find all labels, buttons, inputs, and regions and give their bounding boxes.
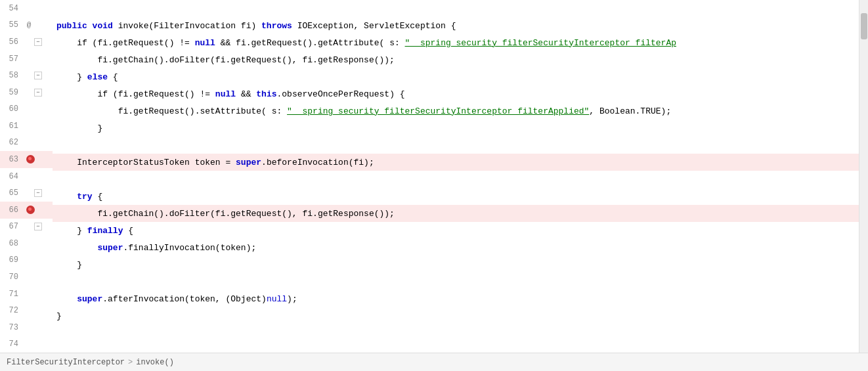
scrollbar-thumb[interactable] [861, 13, 867, 39]
token: super [236, 158, 261, 167]
code-lines: public void invoke(FilterInvocation fi) … [53, 0, 859, 353]
token: if (fi.getRequest() != [77, 38, 194, 48]
line-number: 71 [0, 290, 24, 299]
token: public [56, 21, 93, 31]
editor-container: 5455@56−5758−59−606162636465−6667−686970… [0, 0, 868, 371]
gutter-row: 70 [0, 269, 53, 286]
gutter-row: 63 [0, 151, 53, 168]
line-number: 68 [0, 239, 24, 248]
gutter-row: 64 [0, 168, 53, 185]
line-number: 70 [0, 273, 24, 282]
gutter-row: 67− [0, 219, 53, 236]
line-number: 58 [0, 71, 24, 80]
token: { [128, 226, 133, 236]
token: try [77, 192, 97, 202]
code-line: public void invoke(FilterInvocation fi) … [53, 17, 859, 34]
code-line: } else { [53, 68, 859, 85]
token: .afterInvocation(token, (Object) [102, 294, 267, 304]
annotation-marker: @ [24, 20, 34, 30]
line-number: 74 [0, 339, 24, 349]
token: } [97, 123, 102, 133]
token: } [77, 72, 87, 82]
code-line: } [53, 256, 859, 273]
line-number: 54 [0, 4, 24, 13]
gutter-row: 54 [0, 0, 53, 17]
fold-button[interactable]: − [34, 189, 42, 197]
line-number: 60 [0, 104, 24, 114]
gutter-row: 74 [0, 336, 53, 353]
code-line [53, 137, 859, 154]
gutter: 5455@56−5758−59−606162636465−6667−686970… [0, 0, 53, 353]
code-line: super.finallyInvocation(token); [53, 239, 859, 256]
line-number: 62 [0, 138, 24, 147]
token: if (fi.getRequest() != [97, 89, 215, 99]
token: s: [389, 38, 404, 48]
line-number: 72 [0, 306, 24, 315]
code-line: InterceptorStatusToken token = super.bef… [53, 154, 859, 171]
token: this [256, 89, 276, 99]
token: .observeOncePerRequest) { [277, 89, 405, 99]
code-line [53, 273, 859, 290]
code-area: 5455@56−5758−59−606162636465−6667−686970… [0, 0, 868, 353]
fold-button[interactable]: − [34, 38, 42, 46]
code-line [53, 341, 859, 353]
code-line: } finally { [53, 222, 859, 239]
line-number: 61 [0, 121, 24, 131]
breadcrumb-separator: > [128, 358, 133, 367]
gutter-row: 68 [0, 235, 53, 252]
token: } [77, 226, 87, 236]
code-line: } [53, 307, 859, 324]
token: ); [287, 294, 297, 304]
token: fi.getChain().doFilter(fi.getRequest(), … [97, 209, 394, 219]
gutter-row: 71 [0, 286, 53, 303]
token: void [93, 21, 118, 31]
gutter-row: 56− [0, 33, 53, 51]
gutter-row: 69 [0, 252, 53, 269]
token: else [87, 72, 113, 82]
gutter-row: 65− [0, 185, 53, 202]
line-number: 67 [0, 222, 24, 231]
token: throws [261, 21, 297, 31]
status-bar: FilterSecurityInterceptor > invoke() [0, 353, 868, 371]
code-line: } [53, 120, 859, 137]
token: && fi.getRequest().getAttribute( [221, 38, 389, 48]
code-line: fi.getChain().doFilter(fi.getRequest(), … [53, 51, 859, 68]
token: "__spring_security_filterSecurityInterce… [287, 106, 589, 116]
token: } [77, 260, 82, 270]
token: super [77, 294, 102, 304]
code-line [53, 171, 859, 188]
token: , Boolean.TRUE); [589, 106, 671, 116]
line-number: 56 [0, 37, 24, 47]
breadcrumb-method: invoke() [136, 358, 174, 367]
gutter-row: 72 [0, 302, 53, 319]
token: "__spring_security_filterSecurityInterce… [405, 38, 676, 48]
gutter-row: 61 [0, 118, 53, 135]
fold-button[interactable]: − [34, 89, 42, 97]
token: null [195, 38, 221, 48]
token: finally [87, 226, 128, 236]
token: { [113, 72, 118, 82]
breakpoint-icon[interactable] [25, 205, 35, 215]
token: { [97, 192, 102, 202]
gutter-row: 60 [0, 100, 53, 118]
line-number: 69 [0, 255, 24, 265]
gutter-row: 73 [0, 319, 53, 336]
token: && [241, 89, 256, 99]
token: .finallyInvocation(token); [123, 243, 256, 253]
token: fi.getChain().doFilter(fi.getRequest(), … [97, 55, 394, 65]
token: IOException, ServletException { [297, 21, 456, 31]
fold-button[interactable]: − [34, 72, 42, 79]
line-number: 59 [0, 88, 24, 97]
line-number: 73 [0, 323, 24, 332]
token: } [56, 311, 62, 321]
token: s: [272, 106, 287, 116]
scrollbar[interactable] [859, 0, 868, 353]
gutter-row: 59− [0, 84, 53, 101]
token: super [97, 243, 123, 253]
fold-button[interactable]: − [34, 223, 42, 230]
line-number: 65 [0, 188, 24, 198]
gutter-row: 58− [0, 67, 53, 84]
line-number: 55 [0, 20, 24, 30]
token: null [267, 294, 287, 304]
breakpoint-icon[interactable] [25, 154, 35, 165]
